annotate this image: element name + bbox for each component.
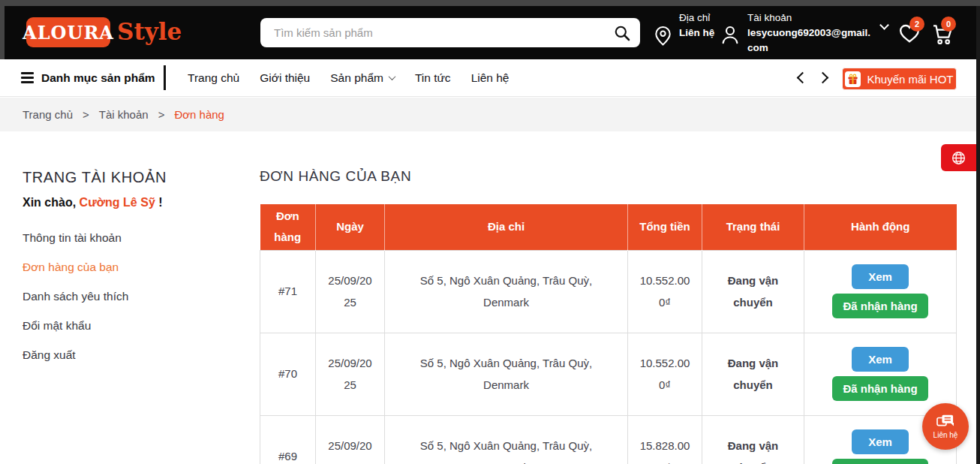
sidebar-item-your-orders[interactable]: Đơn hàng của bạn: [23, 261, 240, 274]
received-order-button[interactable]: Đã nhận hàng: [832, 459, 927, 464]
account-sidebar: TRANG TÀI KHOẢN Xin chào, Cường Lê Sỹ ! …: [23, 131, 240, 378]
nav-divider: [164, 65, 166, 90]
header: ALOURA Style Địa chỉ Liên hệ: [5, 6, 980, 59]
hamburger-icon: [21, 70, 34, 86]
floating-contact-label: Liên hệ: [933, 431, 958, 439]
order-total: 10.552.000₫: [628, 250, 702, 333]
sidebar-item-change-password[interactable]: Đổi mật khẩu: [23, 319, 240, 333]
chevron-down-icon: [388, 73, 395, 80]
search-icon[interactable]: [613, 24, 631, 42]
greeting: Xin chào, Cường Lê Sỹ !: [23, 196, 240, 209]
contact-label: Địa chỉ: [679, 11, 720, 26]
breadcrumb-separator: >: [158, 108, 165, 121]
floating-contact-button[interactable]: Liên hệ: [922, 403, 969, 450]
order-address: Số 5, Ngô Xuân Quảng, Trâu Quỳ, Denmark: [385, 250, 628, 333]
breadcrumb-separator: >: [83, 108, 89, 121]
nav-item-products[interactable]: Sản phẩm: [330, 71, 395, 85]
order-id: #70: [260, 333, 316, 415]
order-address: Số 5, Ngô Xuân Quảng, Trâu Quỳ, Denmark: [385, 333, 628, 415]
order-id: #69: [260, 415, 316, 464]
col-header-action: Hành động: [804, 204, 957, 250]
promo-hot-button[interactable]: Khuyến mãi HOT: [842, 68, 957, 90]
nav-item-news[interactable]: Tin tức: [415, 71, 451, 85]
sidebar-title: TRANG TÀI KHOẢN: [23, 169, 240, 186]
location-pin-icon: [653, 24, 673, 47]
order-status: Đang vận chuyển: [702, 333, 804, 415]
view-order-button[interactable]: Xem: [852, 429, 909, 454]
page: ALOURA Style Địa chỉ Liên hệ: [0, 0, 980, 464]
user-icon: [719, 23, 741, 46]
breadcrumb: Trang chủ > Tài khoản > Đơn hàng: [0, 98, 980, 131]
catalog-menu-button[interactable]: Danh mục sản phẩm: [21, 59, 155, 96]
breadcrumb-home[interactable]: Trang chủ: [23, 108, 73, 121]
scrollbar[interactable]: [976, 6, 980, 464]
orders-section: ĐƠN HÀNG CỦA BẠN Đơn hàng Ngày Địa chỉ T…: [260, 131, 956, 464]
table-row: #71 25/09/2025 Số 5, Ngô Xuân Quảng, Trâ…: [260, 250, 957, 333]
order-status: Đang vận chuyển: [702, 415, 804, 464]
col-header-date: Ngày: [316, 204, 385, 250]
table-header-row: Đơn hàng Ngày Địa chỉ Tổng tiền Trạng th…: [260, 204, 957, 250]
view-order-button[interactable]: Xem: [852, 347, 909, 372]
language-globe-tab[interactable]: [941, 144, 980, 171]
cart-count-badge: 0: [941, 17, 956, 32]
sidebar-item-account-info[interactable]: Thông tin tài khoản: [23, 231, 240, 245]
chat-icon: [936, 414, 955, 430]
logo-primary-text: ALOURA: [23, 22, 114, 44]
sidebar-item-wishlist[interactable]: Danh sách yêu thích: [23, 290, 240, 303]
sidebar-menu: Thông tin tài khoản Đơn hàng của bạn Dan…: [23, 231, 240, 362]
nav-menu: Trang chủ Giới thiệu Sản phẩm Tin tức Li…: [188, 59, 509, 96]
window-frame-left: [0, 6, 5, 59]
order-address: Số 5, Ngô Xuân Quảng, Trâu Quỳ, Denmark: [385, 415, 628, 464]
header-account[interactable]: Tài khoản lesycuong692003@gmail.com: [719, 11, 888, 56]
next-arrow-icon[interactable]: [817, 72, 829, 84]
order-date: 25/09/2025: [316, 415, 385, 464]
prev-arrow-icon[interactable]: [797, 72, 809, 84]
table-row: #70 25/09/2025 Số 5, Ngô Xuân Quảng, Trâ…: [260, 333, 957, 415]
col-header-address: Địa chỉ: [385, 204, 628, 250]
col-header-status: Trạng thái: [702, 204, 804, 250]
order-total: 10.552.000₫: [628, 333, 702, 415]
orders-title: ĐƠN HÀNG CỦA BẠN: [260, 168, 956, 185]
wishlist-count-badge: 2: [909, 17, 924, 32]
nav-arrows: [798, 59, 827, 96]
account-label: Tài khoản: [747, 11, 873, 26]
logo-secondary-text: Style: [117, 18, 182, 45]
view-order-button[interactable]: Xem: [852, 264, 909, 289]
nav-item-contact[interactable]: Liên hệ: [471, 71, 510, 85]
breadcrumb-orders: Đơn hàng: [174, 108, 224, 121]
col-header-total: Tổng tiền: [628, 204, 702, 250]
order-status: Đang vận chuyển: [702, 250, 804, 333]
order-date: 25/09/2025: [316, 250, 385, 333]
nav-item-home[interactable]: Trang chủ: [188, 71, 239, 85]
search-box: [260, 18, 640, 47]
greeting-username: Cường Lê Sỹ: [80, 196, 155, 209]
main-nav: Danh mục sản phẩm Trang chủ Giới thiệu S…: [0, 59, 980, 97]
order-id: #71: [260, 250, 316, 333]
orders-table: Đơn hàng Ngày Địa chỉ Tổng tiền Trạng th…: [260, 204, 957, 464]
content: TRANG TÀI KHOẢN Xin chào, Cường Lê Sỹ ! …: [0, 131, 980, 464]
header-contact[interactable]: Địa chỉ Liên hệ: [653, 11, 725, 47]
received-order-button[interactable]: Đã nhận hàng: [832, 294, 927, 318]
order-total: 15.828.000₫: [628, 415, 702, 464]
sidebar-item-logout[interactable]: Đăng xuất: [23, 348, 240, 362]
received-order-button[interactable]: Đã nhận hàng: [832, 376, 927, 401]
logo[interactable]: ALOURA: [26, 17, 110, 47]
catalog-label: Danh mục sản phẩm: [41, 71, 155, 85]
nav-item-about[interactable]: Giới thiệu: [260, 71, 310, 85]
window-frame-top: [0, 0, 980, 6]
globe-icon: [951, 150, 966, 166]
contact-value: Liên hệ: [679, 26, 720, 41]
account-email: lesycuong692003@gmail.com: [747, 26, 873, 56]
gift-icon: [845, 71, 861, 87]
order-date: 25/09/2025: [316, 333, 385, 415]
table-row: #69 25/09/2025 Số 5, Ngô Xuân Quảng, Trâ…: [260, 415, 957, 464]
search-input[interactable]: [260, 18, 640, 47]
breadcrumb-account[interactable]: Tài khoản: [99, 108, 149, 121]
col-header-order: Đơn hàng: [260, 204, 316, 250]
promo-label: Khuyến mãi HOT: [867, 73, 953, 86]
